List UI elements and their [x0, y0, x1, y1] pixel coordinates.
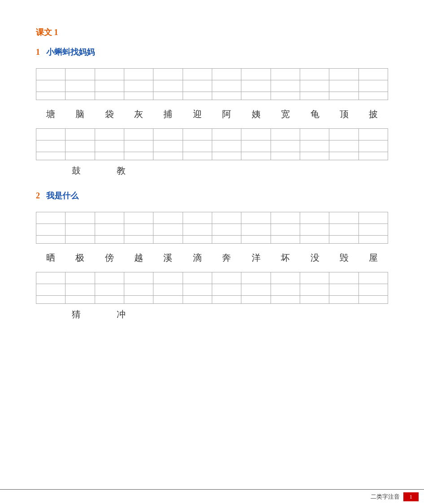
lesson-2-section: 2 我是什么 晒 — [36, 190, 388, 320]
char-宽: 宽 — [271, 108, 300, 120]
char-屋: 屋 — [359, 252, 388, 264]
char-冲: 冲 — [108, 308, 135, 320]
table-row — [36, 212, 388, 224]
char-奔: 奔 — [212, 252, 241, 264]
lesson-1-chars-row-1: 塘 脑 袋 灰 捕 迎 阿 姨 宽 龟 顶 披 — [36, 108, 388, 120]
char-没: 没 — [300, 252, 329, 264]
char-教: 教 — [108, 165, 135, 177]
char-傍: 傍 — [95, 252, 124, 264]
char-袋: 袋 — [95, 108, 124, 120]
char-晒: 晒 — [36, 252, 65, 264]
lesson-1-text: 小蝌蚪找妈妈 — [46, 48, 95, 57]
lesson-1-writing-table-1 — [36, 68, 388, 100]
lesson-1-number: 1 — [36, 48, 40, 57]
lesson-2-grid-2 — [36, 272, 388, 304]
char-极: 极 — [65, 252, 94, 264]
char-顶: 顶 — [329, 108, 358, 120]
lesson-1-section: 1 小蝌蚪找妈妈 塘 — [36, 47, 388, 177]
section-header: 课文 1 — [36, 27, 388, 38]
lesson-1-grid-1 — [36, 68, 388, 100]
lesson-2-writing-table-2 — [36, 272, 388, 304]
char-捕: 捕 — [153, 108, 183, 120]
table-row — [36, 80, 388, 92]
char-猜: 猜 — [63, 308, 90, 320]
lesson-2-writing-table-1 — [36, 212, 388, 244]
table-row — [36, 69, 388, 80]
lesson-1-chars-row-2: 鼓 教 — [63, 165, 388, 177]
table-row — [36, 129, 388, 140]
lesson-2-chars-row-1: 晒 极 傍 越 溪 滴 奔 洋 坏 没 毁 屋 — [36, 252, 388, 264]
char-毁: 毁 — [329, 252, 358, 264]
lesson-1-writing-table-2 — [36, 128, 388, 160]
char-脑: 脑 — [65, 108, 94, 120]
char-塘: 塘 — [36, 108, 65, 120]
char-鼓: 鼓 — [63, 165, 90, 177]
lesson-2-grid-1 — [36, 212, 388, 244]
lesson-2-chars-row-2: 猜 冲 — [63, 308, 388, 320]
lesson-1-title: 1 小蝌蚪找妈妈 — [36, 47, 388, 57]
char-披: 披 — [359, 108, 388, 120]
table-row — [36, 92, 388, 100]
char-迎: 迎 — [183, 108, 212, 120]
table-row — [36, 140, 388, 152]
lesson-1-grid-2 — [36, 128, 388, 160]
char-阿: 阿 — [212, 108, 241, 120]
table-row — [36, 236, 388, 244]
lesson-2-title: 2 我是什么 — [36, 190, 388, 201]
footer-label: 二类字注音 — [371, 493, 400, 501]
char-姨: 姨 — [241, 108, 271, 120]
page-number: 1 — [403, 492, 419, 501]
char-灰: 灰 — [124, 108, 153, 120]
char-坏: 坏 — [271, 252, 300, 264]
char-溪: 溪 — [153, 252, 183, 264]
char-滴: 滴 — [183, 252, 212, 264]
table-row — [36, 296, 388, 304]
lesson-2-number: 2 — [36, 191, 40, 200]
table-row — [36, 272, 388, 284]
char-龟: 龟 — [300, 108, 329, 120]
table-row — [36, 284, 388, 296]
table-row — [36, 152, 388, 160]
table-row — [36, 224, 388, 236]
char-越: 越 — [124, 252, 153, 264]
char-洋: 洋 — [241, 252, 271, 264]
lesson-2-text: 我是什么 — [46, 191, 79, 200]
page-footer: 二类字注音 1 — [0, 489, 424, 504]
